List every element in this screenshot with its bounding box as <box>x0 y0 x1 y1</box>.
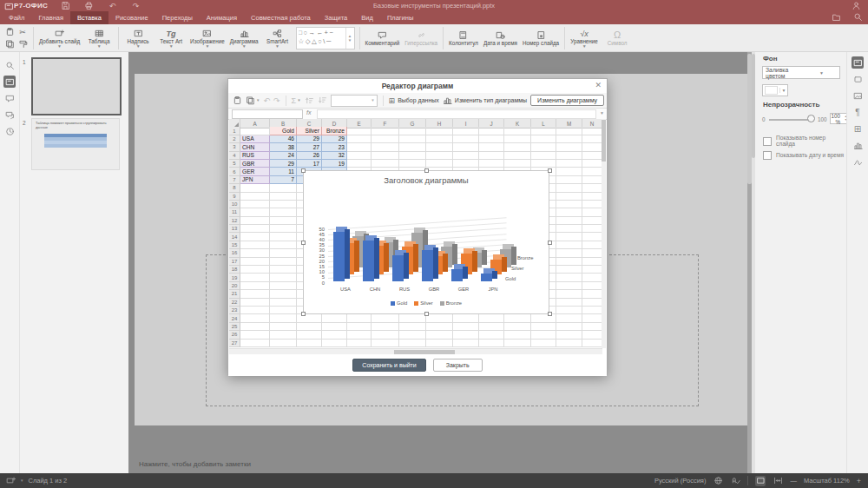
row-header-5[interactable]: 5 <box>229 160 240 168</box>
tab-вставка[interactable]: Вставка <box>70 11 108 24</box>
cell-N20[interactable] <box>582 282 602 290</box>
cell-C2[interactable]: 29 <box>297 135 322 143</box>
cell-H26[interactable] <box>426 331 453 339</box>
cell-N2[interactable] <box>582 135 602 143</box>
tab-главная[interactable]: Главная <box>31 11 70 24</box>
cell-J2[interactable] <box>479 135 504 143</box>
cell-M16[interactable] <box>556 249 582 257</box>
cell-A20[interactable] <box>240 282 270 290</box>
open-file-icon[interactable] <box>832 12 841 22</box>
cell-E5[interactable] <box>347 160 372 168</box>
cell-B1[interactable]: Gold <box>270 127 297 135</box>
shapes-scroll-arrows[interactable]: ▲▼ <box>345 28 354 49</box>
cell-F27[interactable] <box>372 340 399 347</box>
cell-N22[interactable] <box>582 299 602 307</box>
cell-N6[interactable] <box>582 168 602 175</box>
cell-G24[interactable] <box>399 314 426 322</box>
cell-K3[interactable] <box>504 143 531 151</box>
cell-B9[interactable] <box>270 193 297 201</box>
fill-color-button[interactable]: ▼ <box>762 84 788 96</box>
row-header-16[interactable]: 16 <box>229 249 240 257</box>
cell-G5[interactable] <box>399 160 426 168</box>
cell-B10[interactable] <box>270 201 297 208</box>
selection-handle-w[interactable] <box>301 241 306 245</box>
chevron-down-icon[interactable]: ▼ <box>600 110 604 115</box>
fill-type-select[interactable]: Заливка цветом ▼ <box>762 66 840 79</box>
cell-D27[interactable] <box>322 340 347 347</box>
cell-N3[interactable] <box>582 143 602 151</box>
tab-анимация[interactable]: Анимация <box>200 11 244 24</box>
cell-L26[interactable] <box>531 331 556 339</box>
chart-button[interactable]: Диаграмма▼ <box>227 25 261 51</box>
search-icon[interactable] <box>3 59 16 71</box>
user-icon[interactable] <box>852 1 861 10</box>
cell-M8[interactable] <box>556 184 582 192</box>
row-header-21[interactable]: 21 <box>229 290 240 298</box>
textart-button[interactable]: TgТекст Art▼ <box>155 25 187 51</box>
cell-H3[interactable] <box>426 143 453 151</box>
cell-B18[interactable] <box>270 266 297 274</box>
cell-C5[interactable]: 17 <box>297 160 322 168</box>
opacity-slider-track[interactable] <box>769 119 811 121</box>
cell-B23[interactable] <box>270 307 297 314</box>
cell-M27[interactable] <box>556 340 582 347</box>
cell-M21[interactable] <box>556 290 582 298</box>
cell-H4[interactable] <box>426 152 453 160</box>
cell-D2[interactable]: 29 <box>322 135 347 143</box>
sheet-vertical-scrollbar[interactable] <box>602 119 606 348</box>
cell-G2[interactable] <box>399 135 426 143</box>
slide-settings-icon[interactable] <box>852 56 864 69</box>
chat-icon[interactable] <box>3 109 16 121</box>
cell-F5[interactable] <box>372 160 399 168</box>
cell-B16[interactable] <box>270 249 297 257</box>
cell-M26[interactable] <box>556 331 582 339</box>
cell-F25[interactable] <box>372 323 399 331</box>
cell-B11[interactable] <box>270 208 297 216</box>
number-format-select[interactable]: ▼ <box>331 95 378 107</box>
selection-handle-sw[interactable] <box>301 312 306 316</box>
header-footer-button[interactable]: Колонтитул <box>446 25 481 51</box>
cell-N14[interactable] <box>582 233 602 241</box>
row-header-14[interactable]: 14 <box>229 233 240 241</box>
cell-C3[interactable]: 27 <box>297 143 322 151</box>
cell-D26[interactable] <box>322 331 347 339</box>
cell-A21[interactable] <box>240 290 270 298</box>
cell-N13[interactable] <box>582 225 602 233</box>
cell-J1[interactable] <box>479 127 504 135</box>
cell-G1[interactable] <box>399 127 426 135</box>
cell-L2[interactable] <box>531 135 556 143</box>
cell-I4[interactable] <box>453 152 479 160</box>
cell-B25[interactable] <box>270 323 297 331</box>
cell-A8[interactable] <box>240 184 270 192</box>
fit-slide-icon[interactable] <box>755 476 766 486</box>
tab-файл[interactable]: Файл <box>2 11 31 24</box>
row-header-22[interactable]: 22 <box>229 299 240 307</box>
cell-F4[interactable] <box>372 152 399 160</box>
cell-D5[interactable]: 19 <box>322 160 347 168</box>
cell-M17[interactable] <box>556 258 582 266</box>
cell-D4[interactable]: 32 <box>322 152 347 160</box>
cell-B21[interactable] <box>270 290 297 298</box>
cell-A12[interactable] <box>240 217 270 225</box>
cell-M14[interactable] <box>556 233 582 241</box>
cell-M3[interactable] <box>556 143 582 151</box>
show-slide-number-checkbox[interactable] <box>763 137 772 146</box>
cell-I26[interactable] <box>453 331 479 339</box>
panel-scrollbar[interactable] <box>752 52 755 473</box>
cell-E2[interactable] <box>347 135 372 143</box>
zoom-out-button[interactable]: — <box>790 477 797 485</box>
row-header-20[interactable]: 20 <box>229 282 240 290</box>
cut-icon[interactable]: ✂ <box>16 26 29 37</box>
cell-G25[interactable] <box>399 323 426 331</box>
cell-I2[interactable] <box>453 135 479 143</box>
cell-M11[interactable] <box>556 208 582 216</box>
format-painter-icon[interactable] <box>16 38 29 49</box>
cell-A14[interactable] <box>240 233 270 241</box>
cell-M25[interactable] <box>556 323 582 331</box>
date-time-button[interactable]: Дата и время <box>481 25 520 51</box>
comment-button[interactable]: Комментарий <box>363 25 403 51</box>
image-settings-icon[interactable] <box>852 89 864 102</box>
slide-number-button[interactable]: Номер слайда <box>520 25 562 51</box>
tab-совместная-работа[interactable]: Совместная работа <box>244 11 318 24</box>
cell-M24[interactable] <box>556 314 582 322</box>
